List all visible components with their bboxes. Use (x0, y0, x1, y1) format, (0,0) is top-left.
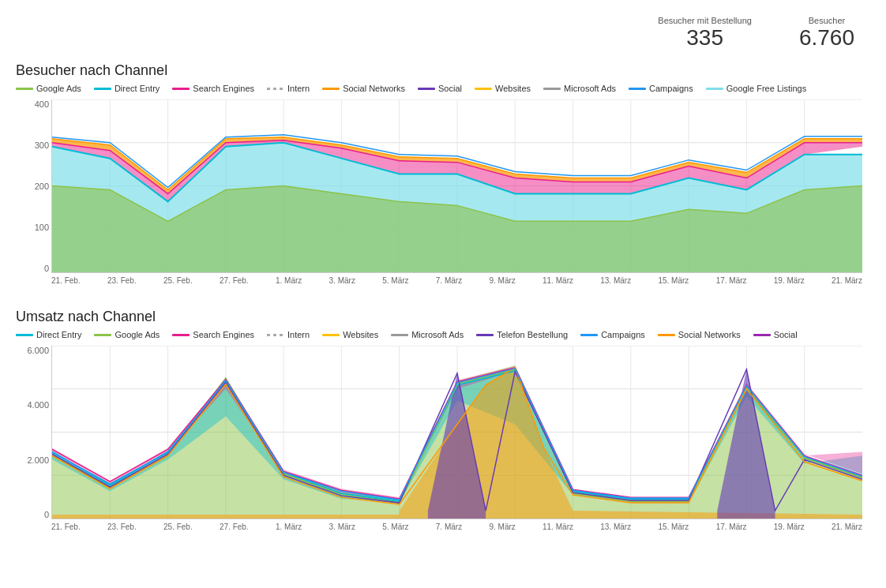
x-axis-label: 15. März (658, 276, 689, 285)
x-axis-label: 17. März (716, 522, 747, 531)
legend-color (94, 88, 111, 90)
legend-label: Search Engines (193, 84, 254, 93)
legend-color (172, 334, 190, 336)
chart-umsatz-svg (52, 346, 862, 519)
x-axis-label: 25. Feb. (163, 276, 193, 285)
x-axis-label: 11. März (542, 276, 573, 285)
x-axis-label: 21. März (832, 522, 862, 531)
legend-label: Google Ads (36, 84, 81, 93)
legend-color (418, 88, 435, 90)
x-axis-label: 27. Feb. (220, 276, 249, 285)
legend-label: Campaigns (649, 84, 693, 93)
x-axis-label: 23. Feb. (107, 276, 137, 285)
legend-color (16, 334, 33, 336)
legend-label: Campaigns (601, 330, 645, 339)
x-axis-label: 3. März (329, 276, 355, 285)
legend-item: Microsoft Ads (391, 330, 464, 339)
legend-item: Microsoft Ads (543, 84, 616, 93)
stat-visitors-with-order-label: Besucher mit Bestellung (658, 16, 752, 25)
stat-visitors-label: Besucher (799, 16, 854, 25)
legend-item: Intern (267, 84, 310, 93)
x-axis-label: 23. Feb. (107, 522, 137, 531)
legend-item: Google Free Listings (706, 84, 807, 93)
x-axis-label: 13. März (600, 276, 631, 285)
legend-label: Intern (287, 84, 310, 93)
y-axis-label: 6.000 (21, 346, 49, 355)
y-axis-label: 4.000 (21, 400, 49, 410)
chart-umsatz-wrapper: 6.0004.0002.0000 (51, 346, 862, 531)
chart-umsatz-legend: Direct EntryGoogle AdsSearch EnginesInte… (16, 330, 870, 339)
legend-item: Search Engines (172, 84, 254, 93)
x-axis-label: 19. März (774, 276, 805, 285)
chart-besucher-y-axis: 4003002001000 (21, 99, 49, 273)
legend-label: Telefon Bestellung (497, 330, 568, 339)
x-axis-label: 19. März (774, 522, 805, 531)
legend-item: Social (418, 84, 462, 93)
legend-label: Direct Entry (115, 84, 160, 93)
legend-label: Social Networks (678, 330, 741, 339)
legend-item: Campaigns (629, 84, 693, 93)
legend-color (476, 334, 494, 336)
legend-color (580, 334, 598, 336)
legend-label: Social (774, 330, 798, 339)
legend-color (658, 334, 675, 336)
legend-item: Google Ads (94, 330, 160, 339)
legend-item: Intern (267, 330, 310, 339)
y-axis-label: 400 (21, 99, 49, 109)
legend-label: Intern (287, 330, 310, 339)
x-axis-label: 21. Feb. (51, 522, 81, 531)
x-axis-label: 3. März (329, 522, 355, 531)
legend-color (16, 88, 33, 90)
y-axis-label: 0 (21, 264, 49, 273)
legend-label: Direct Entry (36, 330, 81, 339)
legend-color (267, 334, 284, 336)
legend-label: Google Free Listings (726, 84, 807, 93)
legend-label: Social Networks (343, 84, 405, 93)
x-axis-label: 9. März (489, 276, 515, 285)
chart-besucher-x-axis: 21. Feb.23. Feb.25. Feb.27. Feb.1. März3… (51, 276, 862, 285)
legend-color (543, 88, 561, 90)
chart-besucher-wrapper: 4003002001000 (51, 99, 862, 285)
y-axis-label: 200 (21, 182, 49, 191)
legend-item: Direct Entry (16, 330, 81, 339)
x-axis-label: 17. März (716, 276, 747, 285)
stat-visitors-value: 6.760 (799, 25, 854, 51)
chart-umsatz-container (51, 346, 862, 519)
legend-item: Telefon Bestellung (476, 330, 568, 339)
chart-umsatz-title: Umsatz nach Channel (16, 309, 870, 325)
chart-umsatz-section: Umsatz nach Channel Direct EntryGoogle A… (16, 309, 870, 531)
x-axis-label: 13. März (600, 522, 631, 531)
legend-color (753, 334, 771, 336)
legend-item: Direct Entry (94, 84, 160, 93)
x-axis-label: 21. Feb. (51, 276, 81, 285)
x-axis-label: 7. März (436, 276, 462, 285)
legend-label: Websites (343, 330, 378, 339)
chart-besucher-section: Besucher nach Channel Google AdsDirect E… (16, 62, 870, 285)
x-axis-label: 7. März (436, 522, 462, 531)
legend-item: Social (753, 330, 798, 339)
legend-item: Social Networks (322, 84, 405, 93)
y-axis-label: 300 (21, 140, 49, 150)
legend-item: Search Engines (172, 330, 254, 339)
x-axis-label: 11. März (542, 522, 573, 531)
stat-visitors-with-order: Besucher mit Bestellung 335 (658, 16, 752, 51)
y-axis-label: 0 (21, 510, 49, 519)
legend-color (322, 88, 340, 90)
legend-item: Campaigns (580, 330, 645, 339)
stat-visitors: Besucher 6.760 (799, 16, 854, 51)
top-stats: Besucher mit Bestellung 335 Besucher 6.7… (16, 8, 870, 62)
chart-umsatz-x-axis: 21. Feb.23. Feb.25. Feb.27. Feb.1. März3… (51, 522, 862, 531)
chart-besucher-legend: Google AdsDirect EntrySearch EnginesInte… (16, 84, 870, 93)
y-axis-label: 2.000 (21, 455, 49, 465)
legend-label: Social (438, 84, 462, 93)
chart-umsatz-y-axis: 6.0004.0002.0000 (21, 346, 49, 519)
legend-item: Websites (322, 330, 378, 339)
legend-item: Social Networks (658, 330, 741, 339)
legend-color (475, 88, 492, 90)
x-axis-label: 5. März (382, 276, 408, 285)
legend-item: Websites (475, 84, 531, 93)
legend-color (267, 88, 284, 90)
chart-besucher-svg (52, 99, 862, 272)
x-axis-label: 5. März (382, 522, 408, 531)
legend-color (322, 334, 340, 336)
